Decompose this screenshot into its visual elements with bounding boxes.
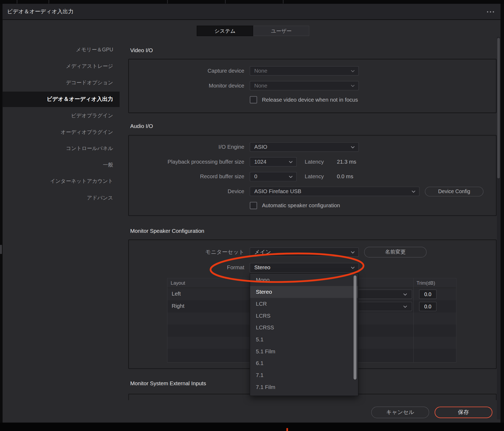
dropdown-scrollbar[interactable] [354, 275, 356, 379]
monitor-speaker-heading: Monitor Speaker Configuration [130, 227, 204, 235]
dialog-titlebar: ビデオ＆オーディオ入出力 [3, 4, 501, 20]
annotation-tick [286, 428, 288, 431]
ellipsis-menu-icon[interactable] [487, 11, 496, 13]
format-option-6-1[interactable]: 6.1 [250, 357, 358, 369]
sidebar-item-memory-gpu[interactable]: メモリー＆GPU [3, 46, 113, 54]
format-options-list: Mono Stereo LCR LCRS LCRSS 5.1 5.1 Film … [250, 273, 359, 396]
background-tab-divider [225, 0, 225, 3]
io-engine-value: ASIO [254, 144, 267, 150]
rename-button[interactable]: 名前変更 [364, 247, 427, 258]
chevron-down-icon [351, 85, 355, 87]
io-engine-select[interactable]: ASIO [250, 142, 359, 152]
background-bottom-strip [0, 423, 504, 431]
sidebar-item-media-storage[interactable]: メディアストレージ [3, 62, 113, 70]
auto-speaker-checkbox[interactable] [250, 202, 257, 209]
tab-system[interactable]: システム [197, 26, 253, 36]
sidebar-item-advanced[interactable]: アドバンス [3, 194, 113, 202]
sidebar-item-video-audio-io[interactable]: ビデオ＆オーディオ入出力 [3, 92, 120, 107]
device-config-button[interactable]: Device Config [425, 187, 484, 196]
background-tab-divider [17, 0, 17, 3]
layout-column-header: Layout [171, 278, 185, 288]
record-buffer-value: 0 [254, 173, 257, 180]
monitor-set-select[interactable]: メイン [250, 247, 359, 257]
auto-speaker-checkbox-label: Automatic speaker configuration [262, 202, 340, 209]
dialog-title: ビデオ＆オーディオ入出力 [7, 4, 74, 19]
background-edge-fragment [0, 245, 2, 254]
capture-device-select[interactable]: None [250, 66, 359, 76]
release-video-checkbox[interactable] [250, 96, 257, 103]
format-select[interactable]: Stereo [250, 263, 359, 272]
device-value: ASIO Fireface USB [254, 188, 301, 194]
record-latency-value: 0.0 ms [337, 172, 353, 181]
format-label: Format [129, 263, 244, 272]
format-value: Stereo [254, 264, 270, 271]
monitor-set-label: モニターセット [129, 247, 244, 257]
monitor-device-label: Monitor device [129, 81, 244, 90]
cancel-button[interactable]: キャンセル [371, 407, 429, 418]
preferences-window: ビデオ＆オーディオ入出力 システム ユーザー メモリー＆GPU メディアストレー… [0, 0, 504, 431]
trim-input[interactable]: 0.0 [419, 289, 436, 299]
sidebar-item-decode-options[interactable]: デコードオプション [3, 78, 113, 87]
release-video-checkbox-label: Release video device when not in focus [262, 96, 358, 103]
chevron-down-icon [403, 293, 407, 296]
chevron-down-icon [351, 146, 355, 148]
format-option-7-1[interactable]: 7.1 [250, 369, 358, 381]
background-tab-divider [49, 0, 49, 3]
monitor-device-select[interactable]: None [250, 81, 359, 90]
chevron-down-icon [351, 266, 355, 269]
layout-cell: Left [172, 288, 181, 300]
background-tab-divider [283, 0, 283, 3]
chevron-down-icon [411, 190, 416, 193]
chevron-down-icon [351, 70, 355, 72]
playback-latency-label: Latency [305, 157, 324, 167]
sidebar-item-control-panels[interactable]: コントロールパネル [3, 144, 113, 152]
playback-buffer-select[interactable]: 1024 [250, 157, 297, 167]
record-latency-label: Latency [305, 172, 324, 181]
format-option-lcrs[interactable]: LCRS [250, 310, 358, 322]
video-io-heading: Video I/O [130, 47, 153, 54]
io-engine-label: I/O Engine [129, 142, 244, 152]
dialog-scrollbar-thumb[interactable] [497, 38, 500, 179]
record-buffer-select[interactable]: 0 [250, 172, 297, 181]
audio-io-heading: Audio I/O [130, 123, 153, 130]
playback-buffer-value: 1024 [254, 159, 266, 165]
sidebar-item-general[interactable]: 一般 [3, 161, 113, 169]
monitor-set-value: メイン [254, 249, 271, 255]
monitor-device-value: None [254, 82, 267, 89]
trim-column-header: Trim(dB) [417, 278, 435, 288]
sidebar-item-internet-accounts[interactable]: インターネットアカウント [3, 177, 113, 185]
sidebar-item-video-plugins[interactable]: ビデオプラグイン [3, 111, 113, 120]
format-option-stereo[interactable]: Stereo [250, 286, 358, 298]
save-button[interactable]: 保存 [435, 407, 493, 418]
device-select[interactable]: ASIO Fireface USB [250, 187, 419, 196]
chevron-down-icon [403, 305, 407, 308]
external-inputs-heading: Monitor System External Inputs [130, 380, 206, 387]
chevron-down-icon [351, 251, 355, 254]
format-option-5-1[interactable]: 5.1 [250, 334, 358, 346]
column-divider [413, 278, 414, 363]
chevron-down-icon [289, 161, 293, 163]
format-option-mono[interactable]: Mono [250, 274, 358, 286]
capture-device-label: Capture device [129, 66, 244, 76]
sidebar-item-audio-plugins[interactable]: オーディオプラグイン [3, 128, 113, 136]
playback-latency-value: 21.3 ms [337, 157, 356, 167]
format-option-5-1-film[interactable]: 5.1 Film [250, 346, 358, 358]
capture-device-value: None [254, 68, 267, 74]
background-app-strip [0, 0, 504, 4]
record-buffer-label: Record buffer size [129, 172, 244, 181]
format-option-lcrss[interactable]: LCRSS [250, 322, 358, 334]
format-option-lcr[interactable]: LCR [250, 298, 358, 310]
tab-user[interactable]: ユーザー [253, 26, 309, 36]
layout-cell: Right [172, 300, 184, 312]
chevron-down-icon [289, 176, 293, 178]
format-option-7-1-film[interactable]: 7.1 Film [250, 381, 358, 393]
device-label: Device [129, 187, 244, 196]
background-tab-divider [167, 0, 168, 3]
playback-buffer-label: Playback processing buffer size [129, 157, 244, 167]
trim-input[interactable]: 0.0 [419, 302, 436, 311]
